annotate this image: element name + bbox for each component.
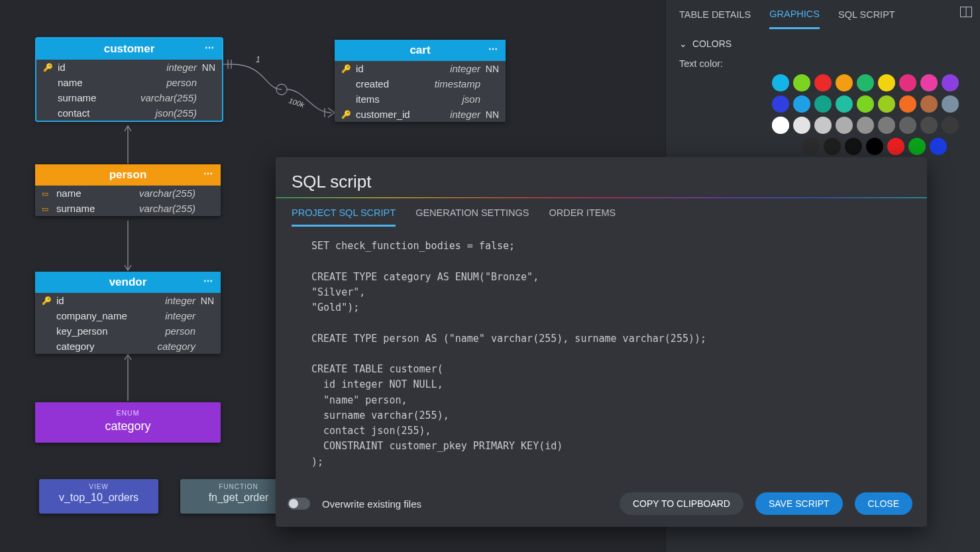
entity-vendor-title: vendor — [109, 276, 147, 289]
color-swatch[interactable] — [836, 117, 853, 134]
colors-section-header[interactable]: ⌄ COLORS — [679, 38, 967, 49]
color-swatch[interactable] — [930, 138, 947, 155]
color-swatch[interactable] — [920, 117, 938, 134]
modal-tab-project-sql[interactable]: PROJECT SQL SCRIPT — [292, 207, 396, 227]
color-swatch[interactable] — [836, 74, 853, 91]
color-swatch[interactable] — [878, 117, 895, 134]
column-type: person — [165, 325, 195, 337]
tab-sql-script[interactable]: SQL SCRIPT — [838, 1, 895, 28]
color-swatch[interactable] — [793, 95, 810, 113]
entity-person-header[interactable]: person ⋯ — [35, 164, 221, 186]
column-name: customer_id — [356, 109, 445, 120]
color-swatch[interactable] — [920, 95, 938, 113]
column-row[interactable]: key_personperson — [35, 323, 221, 339]
color-swatch[interactable] — [899, 117, 916, 134]
color-swatches — [772, 74, 977, 155]
color-swatch[interactable] — [942, 95, 959, 113]
color-swatch[interactable] — [857, 74, 874, 91]
column-name: created — [356, 78, 429, 89]
column-type: person — [166, 77, 197, 88]
color-swatch[interactable] — [793, 117, 810, 134]
color-swatch[interactable] — [878, 74, 895, 91]
entity-category-enum[interactable]: ENUM category — [35, 402, 221, 443]
color-swatch[interactable] — [942, 117, 959, 134]
column-row[interactable]: categorycategory — [35, 339, 221, 354]
tab-graphics[interactable]: GRAPHICS — [769, 1, 820, 29]
panel-layout-icon[interactable] — [960, 7, 972, 19]
entity-cart-header[interactable]: cart ⋯ — [335, 40, 506, 61]
color-swatch[interactable] — [920, 74, 938, 91]
color-swatch[interactable] — [899, 74, 916, 91]
modal-tab-generation-settings[interactable]: GENERATION SETTINGS — [415, 207, 529, 227]
color-swatch[interactable] — [942, 74, 959, 91]
entity-menu-icon[interactable]: ⋯ — [488, 44, 499, 54]
entity-view[interactable]: VIEW v_top_10_orders — [39, 479, 158, 514]
color-swatch[interactable] — [772, 117, 789, 134]
color-swatch[interactable] — [866, 138, 883, 155]
tab-table-details[interactable]: TABLE DETAILS — [679, 1, 751, 28]
save-script-button[interactable]: SAVE SCRIPT — [755, 492, 843, 515]
color-swatch[interactable] — [878, 95, 895, 113]
entity-menu-icon[interactable]: ⋯ — [205, 42, 215, 53]
modal-tab-order-items[interactable]: ORDER ITEMS — [549, 207, 616, 227]
column-row[interactable]: contactjson(255) — [36, 105, 222, 121]
color-swatch[interactable] — [814, 95, 832, 113]
column-row[interactable]: ▭namevarchar(255) — [35, 186, 221, 201]
column-type: integer — [450, 109, 480, 120]
column-type: category — [157, 341, 195, 352]
entity-vendor-header[interactable]: vendor ⋯ — [35, 272, 221, 293]
close-button[interactable]: CLOSE — [855, 492, 912, 515]
color-swatch[interactable] — [908, 138, 926, 155]
copy-to-clipboard-button[interactable]: COPY TO CLIPBOARD — [620, 492, 743, 515]
column-row[interactable]: company_nameinteger — [35, 308, 221, 323]
column-row[interactable]: itemsjson — [335, 91, 506, 107]
column-row[interactable]: createdtimestamp — [335, 76, 506, 91]
column-type: json — [462, 93, 480, 105]
entity-person[interactable]: person ⋯ ▭namevarchar(255)▭surnamevarcha… — [35, 164, 221, 216]
entity-menu-icon[interactable]: ⋯ — [203, 276, 214, 286]
color-swatch[interactable] — [887, 138, 904, 155]
entity-cart-title: cart — [409, 44, 430, 57]
color-swatch[interactable] — [793, 74, 810, 91]
column-name: id — [56, 295, 160, 306]
color-swatch[interactable] — [772, 95, 789, 113]
modal-footer: Overwrite existing files COPY TO CLIPBOA… — [276, 483, 927, 527]
color-swatch[interactable] — [836, 95, 853, 113]
color-swatch[interactable] — [857, 95, 874, 113]
color-swatch[interactable] — [814, 117, 832, 134]
color-swatch[interactable] — [857, 117, 874, 134]
color-swatch[interactable] — [899, 95, 916, 113]
relation-right-label: 100k — [288, 96, 305, 109]
column-row[interactable]: 🔑idintegerNN — [335, 61, 506, 76]
column-row[interactable]: 🔑idintegerNN — [36, 60, 222, 75]
column-row[interactable]: 🔑idintegerNN — [35, 293, 221, 308]
column-notnull: NN — [480, 64, 499, 74]
column-row[interactable]: surnamevarchar(255) — [36, 90, 222, 105]
view-name: v_top_10_orders — [39, 492, 158, 504]
sql-code-scroll[interactable]: SET check_function_bodies = false; CREAT… — [292, 231, 922, 483]
entity-menu-icon[interactable]: ⋯ — [203, 168, 214, 179]
entity-cart[interactable]: cart ⋯ 🔑idintegerNNcreatedtimestampitems… — [335, 40, 506, 122]
text-color-label: Text color: — [679, 58, 967, 69]
entity-customer[interactable]: customer ⋯ 🔑idintegerNNnamepersonsurname… — [36, 38, 222, 121]
column-row[interactable]: 🔑customer_idintegerNN — [335, 107, 506, 122]
overwrite-toggle[interactable] — [288, 498, 310, 510]
entity-customer-header[interactable]: customer ⋯ — [36, 38, 222, 60]
column-row[interactable]: nameperson — [36, 75, 222, 90]
color-swatch[interactable] — [824, 138, 841, 155]
column-icon: ▭ — [42, 189, 56, 198]
column-name: surname — [56, 203, 134, 214]
color-swatch[interactable] — [802, 138, 820, 155]
column-row[interactable]: ▭surnamevarchar(255) — [35, 201, 221, 216]
column-type: varchar(255) — [140, 92, 197, 103]
color-swatch[interactable] — [845, 138, 862, 155]
entity-vendor[interactable]: vendor ⋯ 🔑idintegerNNcompany_nameinteger… — [35, 272, 221, 354]
column-name: company_name — [56, 310, 160, 321]
column-icon: 🔑 — [42, 296, 56, 305]
column-type: integer — [450, 63, 480, 74]
colors-section-title: COLORS — [692, 38, 732, 49]
entity-customer-title: customer — [104, 42, 155, 56]
column-notnull: NN — [195, 296, 214, 306]
color-swatch[interactable] — [814, 74, 832, 91]
color-swatch[interactable] — [772, 74, 789, 91]
